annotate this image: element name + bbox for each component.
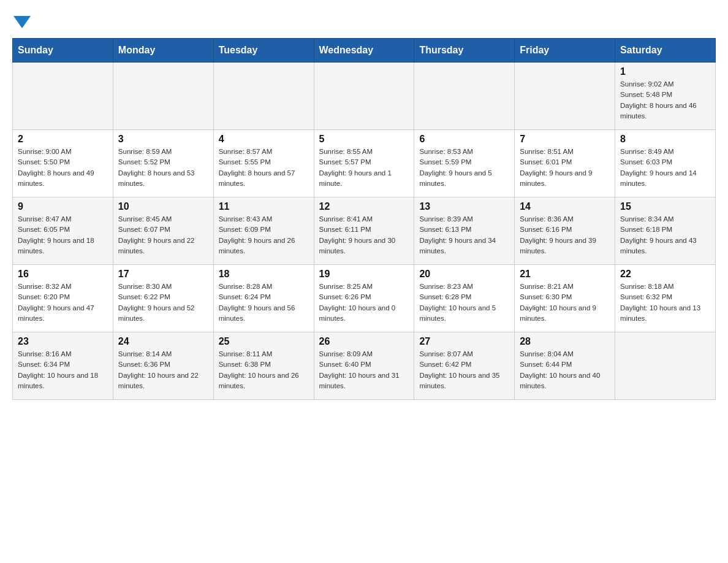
day-info: Sunrise: 8:23 AM Sunset: 6:28 PM Dayligh… <box>419 282 509 324</box>
day-info: Sunrise: 8:34 AM Sunset: 6:18 PM Dayligh… <box>620 214 710 256</box>
calendar-week-2: 2Sunrise: 9:00 AM Sunset: 5:50 PM Daylig… <box>13 130 716 197</box>
day-info: Sunrise: 8:16 AM Sunset: 6:34 PM Dayligh… <box>18 349 108 391</box>
day-info: Sunrise: 8:18 AM Sunset: 6:32 PM Dayligh… <box>620 282 710 324</box>
calendar-cell: 20Sunrise: 8:23 AM Sunset: 6:28 PM Dayli… <box>414 265 515 332</box>
calendar-cell <box>13 63 113 130</box>
day-info: Sunrise: 8:49 AM Sunset: 6:03 PM Dayligh… <box>620 147 710 189</box>
day-info: Sunrise: 8:32 AM Sunset: 6:20 PM Dayligh… <box>18 282 108 324</box>
calendar-cell: 19Sunrise: 8:25 AM Sunset: 6:26 PM Dayli… <box>314 265 414 332</box>
day-number: 23 <box>18 336 108 347</box>
calendar-cell <box>213 63 314 130</box>
day-info: Sunrise: 8:59 AM Sunset: 5:52 PM Dayligh… <box>118 147 208 189</box>
calendar-week-1: 1Sunrise: 9:02 AM Sunset: 5:48 PM Daylig… <box>13 63 716 130</box>
calendar-cell: 17Sunrise: 8:30 AM Sunset: 6:22 PM Dayli… <box>113 265 213 332</box>
calendar-cell: 2Sunrise: 9:00 AM Sunset: 5:50 PM Daylig… <box>13 130 113 197</box>
day-info: Sunrise: 8:30 AM Sunset: 6:22 PM Dayligh… <box>118 282 208 324</box>
calendar-cell <box>314 63 414 130</box>
calendar-cell: 9Sunrise: 8:47 AM Sunset: 6:05 PM Daylig… <box>13 197 113 265</box>
day-number: 11 <box>219 201 309 212</box>
calendar-cell: 12Sunrise: 8:41 AM Sunset: 6:11 PM Dayli… <box>314 197 414 265</box>
calendar-header: SundayMondayTuesdayWednesdayThursdayFrid… <box>13 39 716 63</box>
day-info: Sunrise: 8:07 AM Sunset: 6:42 PM Dayligh… <box>419 349 509 391</box>
calendar-cell: 11Sunrise: 8:43 AM Sunset: 6:09 PM Dayli… <box>213 197 314 265</box>
calendar-cell: 18Sunrise: 8:28 AM Sunset: 6:24 PM Dayli… <box>213 265 314 332</box>
calendar-cell: 10Sunrise: 8:45 AM Sunset: 6:07 PM Dayli… <box>113 197 213 265</box>
calendar-cell: 27Sunrise: 8:07 AM Sunset: 6:42 PM Dayli… <box>414 332 515 400</box>
day-info: Sunrise: 8:47 AM Sunset: 6:05 PM Dayligh… <box>18 214 108 256</box>
day-number: 8 <box>620 134 710 145</box>
calendar-cell: 23Sunrise: 8:16 AM Sunset: 6:34 PM Dayli… <box>13 332 113 400</box>
day-info: Sunrise: 8:51 AM Sunset: 6:01 PM Dayligh… <box>520 147 610 189</box>
day-number: 24 <box>118 336 208 347</box>
day-number: 20 <box>419 269 509 280</box>
calendar-cell: 28Sunrise: 8:04 AM Sunset: 6:44 PM Dayli… <box>515 332 615 400</box>
calendar-cell: 8Sunrise: 8:49 AM Sunset: 6:03 PM Daylig… <box>615 130 716 197</box>
day-number: 18 <box>219 269 309 280</box>
day-info: Sunrise: 8:53 AM Sunset: 5:59 PM Dayligh… <box>419 147 509 189</box>
day-number: 12 <box>319 201 409 212</box>
day-info: Sunrise: 8:43 AM Sunset: 6:09 PM Dayligh… <box>219 214 309 256</box>
day-number: 22 <box>620 269 710 280</box>
day-info: Sunrise: 8:39 AM Sunset: 6:13 PM Dayligh… <box>419 214 509 256</box>
day-info: Sunrise: 8:11 AM Sunset: 6:38 PM Dayligh… <box>219 349 309 391</box>
calendar-cell: 26Sunrise: 8:09 AM Sunset: 6:40 PM Dayli… <box>314 332 414 400</box>
calendar-cell <box>615 332 716 400</box>
calendar-cell: 22Sunrise: 8:18 AM Sunset: 6:32 PM Dayli… <box>615 265 716 332</box>
day-number: 5 <box>319 134 409 145</box>
calendar-cell: 16Sunrise: 8:32 AM Sunset: 6:20 PM Dayli… <box>13 265 113 332</box>
calendar-week-5: 23Sunrise: 8:16 AM Sunset: 6:34 PM Dayli… <box>13 332 716 400</box>
calendar-week-3: 9Sunrise: 8:47 AM Sunset: 6:05 PM Daylig… <box>13 197 716 265</box>
day-info: Sunrise: 8:41 AM Sunset: 6:11 PM Dayligh… <box>319 214 409 256</box>
day-info: Sunrise: 9:00 AM Sunset: 5:50 PM Dayligh… <box>18 147 108 189</box>
calendar-cell: 1Sunrise: 9:02 AM Sunset: 5:48 PM Daylig… <box>615 63 716 130</box>
day-number: 21 <box>520 269 610 280</box>
day-number: 17 <box>118 269 208 280</box>
day-info: Sunrise: 8:57 AM Sunset: 5:55 PM Dayligh… <box>219 147 309 189</box>
day-info: Sunrise: 8:28 AM Sunset: 6:24 PM Dayligh… <box>219 282 309 324</box>
day-number: 1 <box>620 66 710 77</box>
day-number: 14 <box>520 201 610 212</box>
calendar-cell <box>515 63 615 130</box>
calendar-cell: 3Sunrise: 8:59 AM Sunset: 5:52 PM Daylig… <box>113 130 213 197</box>
day-number: 3 <box>118 134 208 145</box>
day-number: 16 <box>18 269 108 280</box>
calendar-cell: 5Sunrise: 8:55 AM Sunset: 5:57 PM Daylig… <box>314 130 414 197</box>
calendar-cell: 4Sunrise: 8:57 AM Sunset: 5:55 PM Daylig… <box>213 130 314 197</box>
calendar-cell: 25Sunrise: 8:11 AM Sunset: 6:38 PM Dayli… <box>213 332 314 400</box>
weekday-header-saturday: Saturday <box>615 39 716 63</box>
day-number: 9 <box>18 201 108 212</box>
calendar-cell: 15Sunrise: 8:34 AM Sunset: 6:18 PM Dayli… <box>615 197 716 265</box>
day-number: 15 <box>620 201 710 212</box>
day-info: Sunrise: 8:04 AM Sunset: 6:44 PM Dayligh… <box>520 349 610 391</box>
calendar-cell <box>113 63 213 130</box>
day-info: Sunrise: 8:21 AM Sunset: 6:30 PM Dayligh… <box>520 282 610 324</box>
day-number: 25 <box>219 336 309 347</box>
logo <box>12 12 31 28</box>
day-info: Sunrise: 9:02 AM Sunset: 5:48 PM Dayligh… <box>620 79 710 121</box>
day-info: Sunrise: 8:09 AM Sunset: 6:40 PM Dayligh… <box>319 349 409 391</box>
weekday-header-row: SundayMondayTuesdayWednesdayThursdayFrid… <box>13 39 716 63</box>
page-header <box>12 12 716 28</box>
weekday-header-tuesday: Tuesday <box>213 39 314 63</box>
day-number: 26 <box>319 336 409 347</box>
weekday-header-monday: Monday <box>113 39 213 63</box>
calendar-week-4: 16Sunrise: 8:32 AM Sunset: 6:20 PM Dayli… <box>13 265 716 332</box>
calendar-cell <box>414 63 515 130</box>
day-info: Sunrise: 8:55 AM Sunset: 5:57 PM Dayligh… <box>319 147 409 189</box>
calendar-cell: 24Sunrise: 8:14 AM Sunset: 6:36 PM Dayli… <box>113 332 213 400</box>
logo-arrow-icon <box>13 16 31 28</box>
day-number: 7 <box>520 134 610 145</box>
weekday-header-wednesday: Wednesday <box>314 39 414 63</box>
weekday-header-thursday: Thursday <box>414 39 515 63</box>
calendar-cell: 7Sunrise: 8:51 AM Sunset: 6:01 PM Daylig… <box>515 130 615 197</box>
day-info: Sunrise: 8:45 AM Sunset: 6:07 PM Dayligh… <box>118 214 208 256</box>
day-info: Sunrise: 8:25 AM Sunset: 6:26 PM Dayligh… <box>319 282 409 324</box>
day-number: 2 <box>18 134 108 145</box>
day-number: 6 <box>419 134 509 145</box>
calendar-body: 1Sunrise: 9:02 AM Sunset: 5:48 PM Daylig… <box>13 63 716 400</box>
calendar-cell: 14Sunrise: 8:36 AM Sunset: 6:16 PM Dayli… <box>515 197 615 265</box>
day-number: 10 <box>118 201 208 212</box>
day-number: 4 <box>219 134 309 145</box>
day-info: Sunrise: 8:14 AM Sunset: 6:36 PM Dayligh… <box>118 349 208 391</box>
day-number: 28 <box>520 336 610 347</box>
